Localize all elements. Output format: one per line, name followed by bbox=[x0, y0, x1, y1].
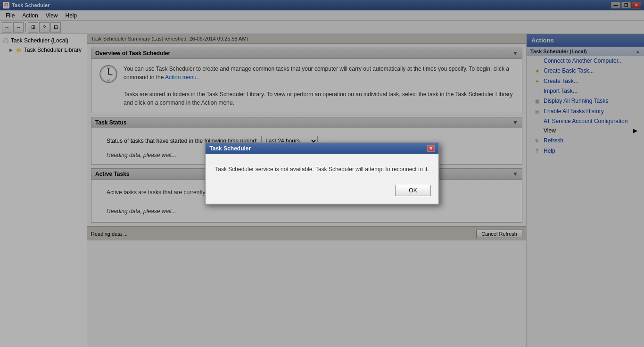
modal-ok-button[interactable]: OK bbox=[395, 185, 430, 196]
modal-message: Task Scheduler service is not available.… bbox=[215, 165, 429, 174]
modal-body: Task Scheduler service is not available.… bbox=[206, 154, 438, 181]
modal-title: Task Scheduler bbox=[209, 145, 251, 152]
modal-dialog: Task Scheduler ✕ Task Scheduler service … bbox=[205, 142, 439, 205]
modal-close-button[interactable]: ✕ bbox=[427, 145, 435, 152]
modal-footer: OK bbox=[206, 181, 438, 204]
modal-overlay: Task Scheduler ✕ Task Scheduler service … bbox=[0, 0, 644, 347]
modal-title-bar: Task Scheduler ✕ bbox=[206, 143, 438, 154]
